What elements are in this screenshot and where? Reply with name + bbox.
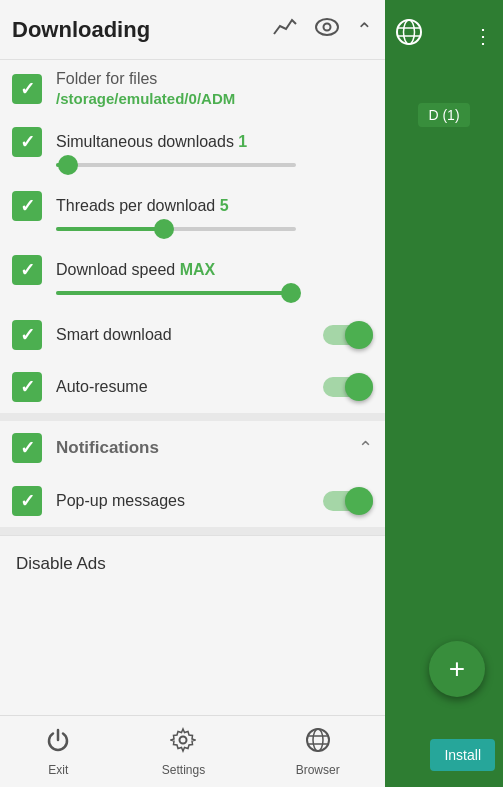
svg-point-3 <box>307 729 329 751</box>
auto-resume-row: Auto-resume <box>0 361 385 413</box>
power-icon <box>45 727 71 759</box>
chart-icon[interactable] <box>272 14 298 45</box>
notifications-checkbox[interactable] <box>12 433 42 463</box>
svg-point-1 <box>324 24 331 31</box>
simultaneous-downloads-top: Simultaneous downloads 1 <box>12 127 373 157</box>
speed-checkbox[interactable] <box>12 255 42 285</box>
threads-label: Threads per download 5 <box>56 197 373 215</box>
smart-download-row: Smart download <box>0 309 385 361</box>
smart-download-label: Smart download <box>56 326 323 344</box>
settings-label: Settings <box>162 763 205 777</box>
speed-label: Download speed MAX <box>56 261 373 279</box>
section-divider-2 <box>0 527 385 535</box>
auto-resume-toggle[interactable] <box>323 373 373 401</box>
page-title: Downloading <box>12 17 150 43</box>
right-header: ⋮ <box>385 8 503 63</box>
auto-resume-checkbox[interactable] <box>12 372 42 402</box>
chevron-up-icon[interactable]: ⌃ <box>356 18 373 42</box>
threads-top: Threads per download 5 <box>12 191 373 221</box>
folder-checkbox[interactable] <box>12 74 42 104</box>
speed-fill <box>56 291 291 295</box>
notifications-label: Notifications <box>56 438 358 458</box>
notifications-chevron-icon[interactable]: ⌃ <box>358 437 373 459</box>
bottom-nav: Exit Settings Browser <box>0 715 385 787</box>
popup-messages-checkbox[interactable] <box>12 486 42 516</box>
threads-slider[interactable] <box>56 227 385 231</box>
threads-checkbox[interactable] <box>12 191 42 221</box>
speed-thumb[interactable] <box>281 283 301 303</box>
speed-track <box>56 291 296 295</box>
threads-thumb[interactable] <box>154 219 174 239</box>
download-speed-row: Download speed MAX <box>0 245 385 309</box>
smart-download-toggle[interactable] <box>323 321 373 349</box>
svg-point-4 <box>313 729 323 751</box>
svg-point-0 <box>316 19 338 35</box>
simultaneous-downloads-checkbox[interactable] <box>12 127 42 157</box>
nav-settings[interactable]: Settings <box>162 727 205 777</box>
smart-download-thumb <box>345 321 373 349</box>
eye-icon[interactable] <box>314 17 340 42</box>
header: Downloading ⌃ <box>0 0 385 60</box>
smart-download-checkbox[interactable] <box>12 320 42 350</box>
install-button[interactable]: Install <box>430 739 495 771</box>
auto-resume-label: Auto-resume <box>56 378 323 396</box>
main-panel: Downloading ⌃ Folder for files /stor <box>0 0 385 787</box>
speed-slider[interactable] <box>56 291 385 295</box>
nav-browser[interactable]: Browser <box>296 727 340 777</box>
popup-messages-toggle[interactable] <box>323 487 373 515</box>
threads-per-download-row: Threads per download 5 <box>0 181 385 245</box>
threads-fill <box>56 227 164 231</box>
svg-point-7 <box>397 20 421 44</box>
right-panel: ⋮ D (1) + Install <box>385 0 503 787</box>
folder-label: Folder for files <box>56 70 235 88</box>
svg-point-2 <box>180 736 187 743</box>
disable-ads-row[interactable]: Disable Ads <box>0 535 385 592</box>
section-divider-1 <box>0 413 385 421</box>
popup-messages-label: Pop-up messages <box>56 492 323 510</box>
simultaneous-downloads-label: Simultaneous downloads 1 <box>56 133 373 151</box>
content-area: Folder for files /storage/emulated/0/ADM… <box>0 60 385 715</box>
nav-exit[interactable]: Exit <box>45 727 71 777</box>
svg-point-8 <box>404 20 415 44</box>
auto-resume-thumb <box>345 373 373 401</box>
globe-icon <box>305 727 331 759</box>
speed-top: Download speed MAX <box>12 255 373 285</box>
simultaneous-downloads-row: Simultaneous downloads 1 <box>0 117 385 181</box>
fab-icon: + <box>449 653 465 685</box>
simultaneous-downloads-slider[interactable] <box>56 163 385 167</box>
browser-label: Browser <box>296 763 340 777</box>
right-globe-icon <box>395 18 423 53</box>
notifications-section-header: Notifications ⌃ <box>0 421 385 475</box>
simultaneous-downloads-thumb[interactable] <box>58 155 78 175</box>
folder-path: /storage/emulated/0/ADM <box>56 90 235 107</box>
exit-label: Exit <box>48 763 68 777</box>
folder-info: Folder for files /storage/emulated/0/ADM <box>56 70 235 107</box>
simultaneous-downloads-track <box>56 163 296 167</box>
download-badge[interactable]: D (1) <box>418 103 469 127</box>
fab-button[interactable]: + <box>429 641 485 697</box>
popup-messages-thumb <box>345 487 373 515</box>
folder-row: Folder for files /storage/emulated/0/ADM <box>0 60 385 117</box>
threads-track <box>56 227 296 231</box>
disable-ads-label: Disable Ads <box>16 554 106 573</box>
popup-messages-row: Pop-up messages <box>0 475 385 527</box>
header-icons: ⌃ <box>272 14 373 45</box>
gear-icon <box>170 727 196 759</box>
dots-menu-icon[interactable]: ⋮ <box>473 24 493 48</box>
